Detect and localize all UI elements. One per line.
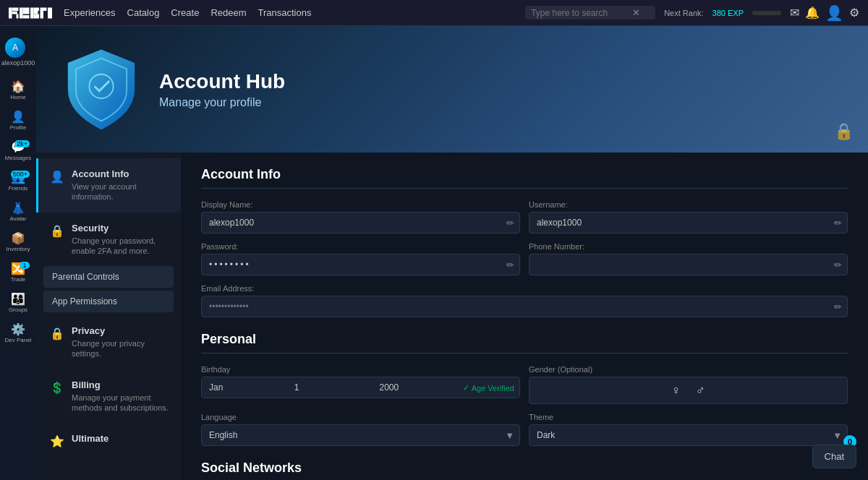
friends-badge: 500+ — [11, 171, 30, 178]
password-edit-icon[interactable]: ✏ — [506, 260, 514, 270]
sidebar-item-messages[interactable]: 💬 Messages 2k+ — [4, 136, 33, 165]
birthday-label: Birthday — [201, 365, 520, 374]
email-label: Email Address: — [201, 284, 848, 293]
settings-sub-parental[interactable]: Parental Controls — [43, 266, 174, 288]
birthday-month-select[interactable]: JanFebMar — [202, 377, 283, 398]
settings-sidebar: 👤 Account Info View your account informa… — [36, 153, 181, 480]
settings-item-account-info[interactable]: 👤 Account Info View your account informa… — [36, 158, 181, 213]
billing-icon: 💲 — [50, 381, 64, 395]
content-area: 👤 Account Info View your account informa… — [36, 153, 868, 480]
sidebar-trade-label: Trade — [11, 276, 26, 283]
username-field: Username: ✏ — [529, 200, 848, 233]
nav-catalog[interactable]: Catalog — [127, 7, 160, 18]
phone-input[interactable] — [529, 254, 848, 275]
display-name-edit-icon[interactable]: ✏ — [506, 218, 514, 228]
banner-lock-icon: 🔒 — [834, 122, 854, 141]
sidebar-item-inventory[interactable]: 📦 Inventory — [4, 227, 33, 256]
security-icon: 🔒 — [50, 224, 64, 238]
password-field: Password: ✏ — [201, 242, 520, 275]
logo[interactable] — [9, 5, 52, 21]
nav-transactions[interactable]: Transactions — [258, 7, 312, 18]
devpanel-icon: ⚙️ — [11, 322, 25, 336]
settings-item-billing[interactable]: 💲 Billing Manage your payment methods an… — [36, 369, 181, 424]
chat-button[interactable]: Chat — [812, 445, 856, 468]
language-select-wrap: English ▼ — [201, 424, 520, 446]
svg-rect-14 — [48, 7, 52, 11]
banner-subtitle: Manage your profile — [159, 96, 285, 109]
sidebar-item-profile[interactable]: 👤 Profile — [4, 106, 33, 134]
email-input[interactable] — [201, 296, 848, 317]
social-section-title: Social Networks — [201, 460, 848, 480]
svg-rect-7 — [23, 15, 30, 19]
trade-badge: 1 — [20, 262, 30, 269]
search-bar[interactable]: ✕ — [525, 6, 655, 20]
search-clear-icon[interactable]: ✕ — [632, 7, 640, 18]
search-input[interactable] — [531, 8, 632, 18]
account-info-form-grid: Display Name: ✏ Username: ✏ — [201, 200, 848, 317]
banner-shield-icon — [58, 46, 145, 133]
settings-item-privacy[interactable]: 🔒 Privacy Change your privacy settings. — [36, 315, 181, 369]
avatar-nav-icon: 👗 — [11, 201, 25, 215]
theme-select-wrap: Dark Light ▼ — [529, 424, 848, 446]
password-input[interactable] — [201, 254, 520, 275]
svg-rect-8 — [30, 7, 34, 18]
svg-rect-9 — [34, 7, 40, 11]
gender-male-icon[interactable]: ♂ — [696, 383, 706, 398]
settings-item-security[interactable]: 🔒 Security Change your password, enable … — [36, 213, 181, 267]
messages-icon[interactable]: ✉ — [790, 6, 799, 20]
sidebar-item-home[interactable]: 🏠 Home — [4, 75, 33, 104]
settings-icon[interactable]: ⚙ — [849, 6, 859, 20]
svg-rect-13 — [41, 11, 44, 19]
sidebar-item-trade[interactable]: 🔀 Trade 1 — [4, 257, 33, 286]
sidebar-friends-label: Friends — [9, 185, 28, 192]
username-edit-icon[interactable]: ✏ — [834, 218, 842, 228]
account-info-icon: 👤 — [50, 170, 64, 184]
sidebar-item-friends[interactable]: 👥 Friends 500+ — [4, 166, 33, 195]
rank-value: 380 EXP — [712, 9, 744, 17]
avatar-icon[interactable]: 👤 — [825, 4, 843, 22]
privacy-icon: 🔒 — [50, 327, 64, 340]
privacy-desc: Change your privacy settings. — [72, 338, 169, 359]
sidebar-devpanel-label: Dev Panel — [5, 337, 32, 343]
sidebar-item-avatar[interactable]: 👗 Avatar — [4, 197, 33, 226]
phone-edit-icon[interactable]: ✏ — [834, 260, 842, 270]
sidebar-item-devpanel[interactable]: ⚙️ Dev Panel — [4, 318, 33, 347]
settings-sub-app-permissions[interactable]: App Permissions — [43, 291, 174, 312]
birthday-day-select[interactable]: 123 — [287, 377, 368, 398]
security-desc: Change your password, enable 2FA and mor… — [72, 236, 169, 257]
avatar[interactable]: A — [5, 38, 25, 58]
email-edit-icon[interactable]: ✏ — [834, 301, 842, 312]
language-select[interactable]: English — [201, 424, 520, 446]
username-input-wrap: ✏ — [529, 212, 848, 233]
svg-rect-5 — [23, 7, 30, 11]
billing-desc: Manage your payment methods and subscrip… — [72, 393, 169, 413]
layout: A alexop1000 🏠 Home 👤 Profile 💬 Messages… — [0, 26, 868, 480]
notifications-icon[interactable]: 🔔 — [805, 6, 820, 20]
ultimate-title: Ultimate — [72, 433, 109, 444]
phone-field: Phone Number: ✏ — [529, 242, 848, 275]
security-content: Security Change your password, enable 2F… — [72, 223, 169, 257]
settings-item-ultimate[interactable]: ⭐ Ultimate — [36, 423, 181, 458]
billing-title: Billing — [72, 380, 169, 390]
svg-rect-4 — [20, 7, 23, 18]
nav-experiences[interactable]: Experiences — [64, 7, 116, 18]
svg-rect-2 — [12, 11, 18, 14]
nav-redeem[interactable]: Redeem — [210, 7, 246, 18]
theme-field: Theme Dark Light ▼ — [529, 413, 848, 446]
sidebar-inventory-label: Inventory — [7, 246, 30, 252]
display-name-input[interactable] — [201, 212, 520, 233]
top-nav: Experiences Catalog Create Redeem Transa… — [0, 0, 868, 26]
language-field: Language English ▼ — [201, 413, 520, 446]
security-title: Security — [72, 223, 169, 233]
theme-select[interactable]: Dark Light — [529, 424, 848, 446]
main-content: Account Hub Manage your profile 🔒 👤 Acco… — [36, 26, 868, 480]
birthday-field: Birthday JanFebMar 123 20002001 — [201, 365, 520, 404]
nav-create[interactable]: Create — [171, 7, 199, 18]
sidebar-messages-label: Messages — [5, 155, 31, 161]
username-input[interactable] — [529, 212, 848, 233]
display-name-label: Display Name: — [201, 200, 520, 209]
gender-female-icon[interactable]: ♀ — [671, 383, 681, 398]
sidebar-item-groups[interactable]: 👨‍👩‍👦 Groups — [4, 288, 33, 317]
birthday-input-wrap: JanFebMar 123 20002001 ✓ Age Verified — [201, 377, 520, 398]
email-input-wrap: ✏ — [201, 296, 848, 317]
